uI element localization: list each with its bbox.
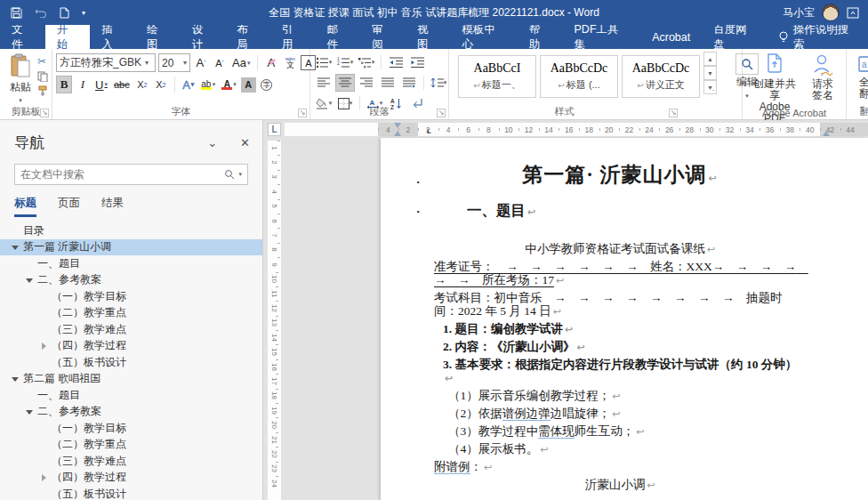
ribbon-tab-11[interactable]: 帮助 — [518, 25, 563, 49]
create-share-pdf-button[interactable]: 创建并共享Adobe PDF — [746, 52, 803, 105]
grow-font-icon[interactable]: Aˆ — [193, 54, 209, 72]
ribbon-tab-5[interactable]: 布局 — [225, 25, 270, 49]
qat-customize-icon[interactable]: ▾ — [82, 9, 85, 17]
shrink-font-icon[interactable]: Aˇ — [212, 54, 228, 72]
first-line-indent-marker[interactable] — [394, 123, 401, 128]
nav-heading-item[interactable]: 目录 — [0, 222, 262, 239]
nav-heading-item[interactable]: （四）教学过程 — [0, 338, 262, 355]
nav-heading-item[interactable]: （四）教学过程 — [0, 470, 262, 487]
exam-id-line[interactable]: 准考证号： → → → → → → 姓名：XXX→ → → → → → 所在考场… — [434, 260, 806, 287]
req-2[interactable]: （2）依据谱例边弹边唱旋律；↩ — [434, 407, 806, 421]
subtitle-line[interactable]: 中小学教师资格证考试面试备课纸↩ — [434, 242, 806, 256]
ribbon-tab-13[interactable]: Acrobat — [640, 25, 702, 49]
bold-button[interactable]: B — [56, 76, 72, 93]
clear-formatting-icon[interactable]: A — [263, 54, 279, 72]
tree-expand-icon[interactable] — [11, 375, 19, 383]
request-signatures-button[interactable]: x 请求签名 — [803, 52, 842, 105]
nav-tab-2[interactable]: 结果 — [101, 196, 124, 217]
ribbon-tab-9[interactable]: 视图 — [406, 25, 451, 49]
nav-heading-item[interactable]: （二）教学重点 — [0, 437, 262, 454]
ribbon-tab-4[interactable]: 设计 — [181, 25, 226, 49]
styles-more-icon[interactable]: ▼̱ — [703, 80, 717, 94]
change-case-icon[interactable]: Aa▾ — [230, 54, 252, 72]
nav-heading-item[interactable]: 一、题目 — [0, 387, 262, 404]
req-1[interactable]: （1）展示音乐编创教学过程；↩ — [434, 389, 806, 403]
italic-button[interactable]: I — [75, 76, 91, 93]
search-input[interactable] — [20, 168, 224, 181]
nav-heading-item[interactable]: （二）教学重点 — [0, 305, 262, 322]
item-1[interactable]: 1. 题目：编创教学试讲↩ — [434, 322, 806, 336]
style-card-2[interactable]: AaBbCcDc↩讲义正文 — [622, 55, 700, 98]
undo-icon[interactable] — [35, 7, 47, 18]
styles-scroll-up-icon[interactable]: ▲ — [703, 52, 717, 66]
numbered-list-icon[interactable]: 12▾ — [335, 53, 355, 71]
font-dialog-launcher[interactable]: ↘ — [298, 109, 307, 117]
tree-expand-icon[interactable] — [39, 473, 47, 481]
nav-heading-item[interactable]: 一、题目 — [0, 255, 262, 272]
line-spacing-icon[interactable]: ▾ — [429, 74, 448, 92]
font-color-icon[interactable]: A▾ — [220, 76, 238, 93]
align-right-icon[interactable] — [357, 74, 376, 92]
section-heading[interactable]: ·一、题目↩ — [434, 204, 806, 219]
navigation-options-icon[interactable]: ⌄ — [207, 136, 217, 149]
nav-heading-item[interactable]: （三）教学难点 — [0, 453, 262, 470]
ribbon-tab-12[interactable]: PDF工具集 — [563, 25, 641, 49]
right-indent-marker[interactable] — [823, 131, 830, 136]
underline-button[interactable]: U▾ — [93, 76, 109, 93]
superscript-button[interactable]: X2 — [153, 76, 169, 93]
nav-heading-item[interactable]: 二、参考教案 — [0, 272, 262, 289]
nav-tab-0[interactable]: 标题 — [14, 196, 36, 217]
save-icon[interactable] — [11, 7, 22, 19]
tree-expand-icon[interactable] — [11, 243, 19, 251]
account-name[interactable]: 马小宝 — [783, 5, 815, 20]
tree-expand-icon[interactable] — [25, 407, 33, 415]
paste-button[interactable]: 粘贴▾ — [4, 52, 37, 105]
nav-heading-item[interactable]: （五）板书设计 — [0, 486, 262, 500]
nav-heading-item[interactable]: （五）板书设计 — [0, 354, 262, 371]
ribbon-tab-6[interactable]: 引用 — [270, 25, 316, 49]
score-note[interactable]: 附谱例：↩ — [434, 460, 806, 474]
strikethrough-button[interactable]: abc — [112, 76, 132, 93]
ribbon-tab-0[interactable]: 文件 — [0, 25, 45, 49]
tell-me-box[interactable]: 操作说明搜索 — [769, 25, 868, 49]
ribbon-tab-2[interactable]: 插入 — [90, 25, 135, 49]
tree-expand-icon[interactable] — [25, 276, 33, 284]
ribbon-tab-8[interactable]: 审阅 — [360, 25, 406, 49]
increase-indent-icon[interactable] — [407, 53, 427, 71]
navigation-close-icon[interactable]: ✕ — [240, 136, 250, 149]
full-text-translate-button[interactable]: a中 全文翻译 — [850, 52, 868, 105]
req-3[interactable]: （3）教学过程中需体现师生互动；↩ — [434, 424, 806, 439]
multilevel-list-icon[interactable]: ▾ — [357, 53, 376, 71]
highlight-color-icon[interactable]: ab▾ — [199, 76, 218, 93]
req-4[interactable]: （4）展示板书。↩ — [434, 442, 806, 456]
font-name-combo[interactable]: 方正特雅宋_GBK▾ — [56, 53, 156, 72]
new-document-icon[interactable] — [60, 7, 69, 19]
ribbon-tab-14[interactable]: 百度网盘 — [702, 25, 768, 49]
nav-tab-1[interactable]: 页面 — [58, 196, 80, 217]
justify-icon[interactable] — [378, 74, 398, 92]
align-center-icon[interactable] — [335, 74, 355, 92]
style-card-1[interactable]: AaBbCcDc↩标题 (... — [540, 55, 618, 98]
search-icon[interactable] — [224, 169, 235, 180]
align-left-icon[interactable] — [314, 74, 334, 92]
clipboard-dialog-launcher[interactable]: ↘ — [40, 109, 49, 117]
tree-expand-icon[interactable] — [39, 342, 47, 350]
nav-heading-item[interactable]: 二、参考教案 — [0, 404, 262, 421]
hanging-indent-marker[interactable] — [394, 131, 401, 136]
enclose-characters-icon[interactable]: 字 — [259, 76, 275, 93]
ribbon-tab-7[interactable]: 邮件 — [316, 25, 361, 49]
item-2[interactable]: 2. 内容：《沂蒙山小调》↩ — [434, 340, 806, 354]
ribbon-tab-3[interactable]: 绘图 — [135, 25, 181, 49]
cut-icon[interactable]: ✂ — [37, 55, 48, 68]
exam-subject-line[interactable]: 考试科目：初中音乐 → → → → → → → → 抽题时间：2022 年 5 … — [434, 291, 806, 319]
paragraph-dialog-launcher[interactable]: ↘ — [437, 109, 446, 117]
song-title[interactable]: 沂蒙山小调↩ — [434, 478, 806, 492]
nav-heading-item[interactable]: （一）教学目标 — [0, 420, 262, 437]
bullet-list-icon[interactable]: ▾ — [314, 53, 334, 71]
account-avatar[interactable] — [822, 4, 840, 21]
phonetic-guide-icon[interactable]: wén文 — [282, 54, 298, 72]
distribute-icon[interactable] — [399, 74, 419, 92]
text-effects-icon[interactable]: A▾ — [181, 76, 197, 93]
format-painter-icon[interactable] — [37, 85, 48, 96]
nav-heading-item[interactable]: 第二篇 歌唱祖国 — [0, 371, 262, 388]
